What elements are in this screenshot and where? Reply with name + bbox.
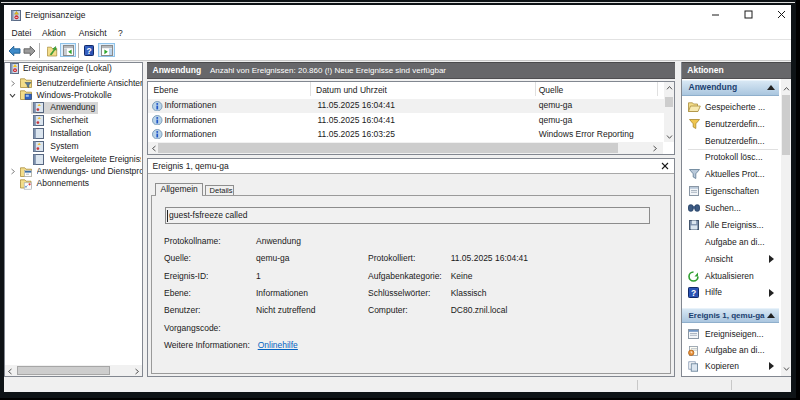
svg-text:?: ? [691,288,696,298]
svg-text:?: ? [86,45,91,55]
